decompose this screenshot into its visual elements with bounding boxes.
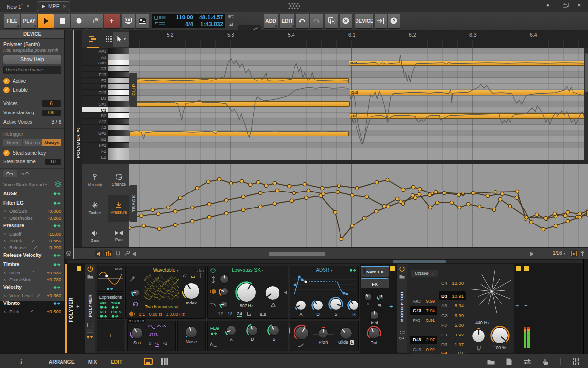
mod-source-pressure[interactable]: Pressure bbox=[3, 221, 61, 230]
tempo-value[interactable]: 110.00 bbox=[168, 14, 193, 21]
micropitch-key-D#3[interactable]: D#32.97 bbox=[410, 336, 437, 344]
remove-mod-icon[interactable]: × bbox=[3, 208, 9, 214]
tool-selector-button[interactable] bbox=[113, 32, 129, 47]
adaptive-grid-icon[interactable] bbox=[580, 251, 585, 256]
mod-source-adsr[interactable]: ADSR bbox=[3, 189, 61, 198]
stack-spread-icon[interactable] bbox=[55, 181, 61, 187]
piano-key[interactable] bbox=[108, 96, 129, 101]
show-help-button[interactable]: Show Help bbox=[3, 55, 61, 64]
mod-amount[interactable]: +0.530 bbox=[47, 270, 61, 275]
clip-lane-header[interactable]: POLYMER #6 bbox=[74, 30, 83, 247]
reference-pitch-label[interactable]: 440 Hz bbox=[468, 320, 497, 325]
piano-key[interactable] bbox=[108, 54, 129, 60]
piano-key-row-F#2[interactable]: F#2 bbox=[82, 143, 129, 148]
mod-source-timbre[interactable]: Timbre bbox=[3, 260, 61, 269]
mod-target-release[interactable]: × Release -0.290 bbox=[3, 244, 61, 251]
device-menu-button[interactable]: DEVICE bbox=[355, 14, 373, 28]
clip-slot-indicator[interactable] bbox=[77, 266, 81, 271]
sub-knob[interactable]: Sub bbox=[130, 326, 144, 345]
remove-mod-icon[interactable]: × bbox=[3, 231, 9, 237]
wavetable-name[interactable]: Two Harmonics.wt bbox=[140, 304, 184, 309]
expression-vel[interactable]: VEL bbox=[100, 301, 109, 309]
power-icon[interactable] bbox=[210, 268, 216, 273]
sub-octave-0[interactable]: 0 bbox=[149, 340, 151, 347]
help-button[interactable]: ? bbox=[388, 14, 400, 28]
mapping-hand-icon[interactable] bbox=[542, 358, 549, 365]
fold-keys-icon[interactable] bbox=[106, 36, 112, 42]
oscillator-panel[interactable]: Wavetable ▾ Two Harmonics.wt Index 1:1 0… bbox=[125, 266, 206, 319]
remote-controls-icon[interactable] bbox=[87, 323, 93, 327]
mod-amount[interactable]: -0.550 bbox=[48, 238, 61, 243]
micropitch-key-A#3[interactable]: A#39.99 bbox=[410, 296, 437, 305]
device-scrollbar-thumb[interactable] bbox=[393, 260, 446, 263]
knob-knob[interactable] bbox=[219, 274, 230, 284]
fx-slot[interactable]: FX bbox=[361, 278, 389, 288]
micropitch-key-C4[interactable]: C412.00 bbox=[439, 278, 466, 287]
piano-key[interactable] bbox=[108, 148, 129, 154]
file-menu-button[interactable]: FILE bbox=[4, 14, 20, 28]
pressure-expression-lane[interactable] bbox=[129, 164, 588, 247]
piano-key[interactable] bbox=[108, 60, 129, 66]
lane-button-velocity[interactable]: Velocity bbox=[84, 167, 106, 193]
power-icon[interactable] bbox=[87, 266, 93, 272]
add-device-button[interactable]: + bbox=[389, 303, 393, 310]
piano-key-row-F3[interactable]: F3 bbox=[82, 78, 129, 83]
d-knob[interactable]: D bbox=[311, 299, 325, 317]
expression-view-button[interactable] bbox=[104, 250, 112, 257]
piano-key[interactable] bbox=[108, 143, 129, 148]
power-icon[interactable] bbox=[399, 266, 405, 272]
insert-device-button[interactable] bbox=[375, 14, 387, 28]
device-name-vertical[interactable]: POLYMER bbox=[88, 286, 93, 317]
filter-slope-18[interactable]: 18 bbox=[228, 311, 233, 317]
close-icon[interactable]: × bbox=[26, 3, 29, 9]
tab-modulation-in[interactable] bbox=[18, 170, 31, 177]
osc-tune-row[interactable]: 1:1 0.00 st ± 0.00 Hz bbox=[128, 311, 204, 317]
next-icon[interactable] bbox=[530, 252, 534, 256]
piano-key[interactable] bbox=[108, 78, 129, 83]
sync-badge[interactable]: ⬆SYNC⬆ bbox=[127, 319, 146, 323]
piano-key-row-G3[interactable]: G3 bbox=[82, 66, 129, 72]
env-type-selector[interactable]: ADSR ▾ bbox=[290, 266, 359, 272]
piano-key-row-B2[interactable]: B2 bbox=[82, 113, 129, 119]
add-button[interactable]: ADD bbox=[264, 14, 278, 28]
undo-button[interactable] bbox=[296, 14, 309, 28]
sub-wave-icons[interactable] bbox=[148, 325, 172, 338]
project-tab-new1[interactable]: New 1* × bbox=[3, 1, 33, 10]
mod-amount[interactable]: +0.260 bbox=[47, 215, 61, 221]
note-fx-slot[interactable]: Note FX bbox=[361, 266, 389, 277]
mod-target-index[interactable]: × Index +0.530 bbox=[3, 269, 61, 276]
lane-button-chance[interactable]: Chance bbox=[108, 167, 130, 193]
piano-key-row-E3[interactable]: E3 bbox=[82, 84, 129, 90]
stop-button[interactable] bbox=[54, 14, 70, 28]
knob-knob[interactable] bbox=[131, 288, 141, 298]
tab-track[interactable]: TRACK bbox=[129, 185, 137, 222]
mod-target-cutoff[interactable]: × Cutoff +15.00 bbox=[3, 230, 61, 237]
piano-key[interactable] bbox=[108, 154, 129, 160]
audition-button[interactable] bbox=[95, 250, 103, 257]
micropitch-key-E3[interactable]: E33.92 bbox=[439, 331, 466, 339]
piano-key-row-A#2[interactable]: A#2 bbox=[82, 119, 129, 125]
remove-mod-icon[interactable]: × bbox=[3, 238, 9, 243]
knob-knob[interactable] bbox=[377, 293, 385, 301]
mod-source-release-velocity[interactable]: Release Velocity bbox=[3, 251, 61, 260]
remove-mod-icon[interactable]: × bbox=[3, 309, 9, 314]
piano-key-row-G2[interactable]: G2 bbox=[82, 136, 129, 142]
filter-slope-24[interactable]: 24 bbox=[237, 311, 242, 317]
info-icon[interactable]: i bbox=[20, 358, 22, 366]
multi-panel-layout-icon[interactable] bbox=[161, 358, 168, 365]
timeline-ruler[interactable]: 5.25.35.46.16.26.36.4 bbox=[129, 30, 588, 49]
mod-target-phasemod[interactable]: × PhaseMod +0.780 bbox=[3, 276, 61, 283]
setting-value[interactable]: Off bbox=[42, 110, 61, 116]
retrigger-option-note-on[interactable]: Note on bbox=[23, 139, 42, 146]
enable-checkbox[interactable]: ✓Enable bbox=[3, 85, 61, 94]
lane-button-gain[interactable]: Gain bbox=[84, 223, 106, 250]
piano-key[interactable] bbox=[108, 48, 129, 54]
s-knob[interactable]: S bbox=[267, 324, 280, 342]
browser-panel-icon[interactable] bbox=[487, 359, 495, 365]
noise-panel[interactable]: Noise bbox=[177, 321, 206, 351]
pitch-panel[interactable]: Pitch Glide L bbox=[290, 321, 359, 351]
s-knob[interactable]: S bbox=[328, 297, 343, 317]
play-menu-button[interactable]: PLAY bbox=[21, 14, 37, 28]
phase-random-icon[interactable] bbox=[132, 301, 139, 306]
close-icon[interactable]: × bbox=[63, 3, 66, 9]
